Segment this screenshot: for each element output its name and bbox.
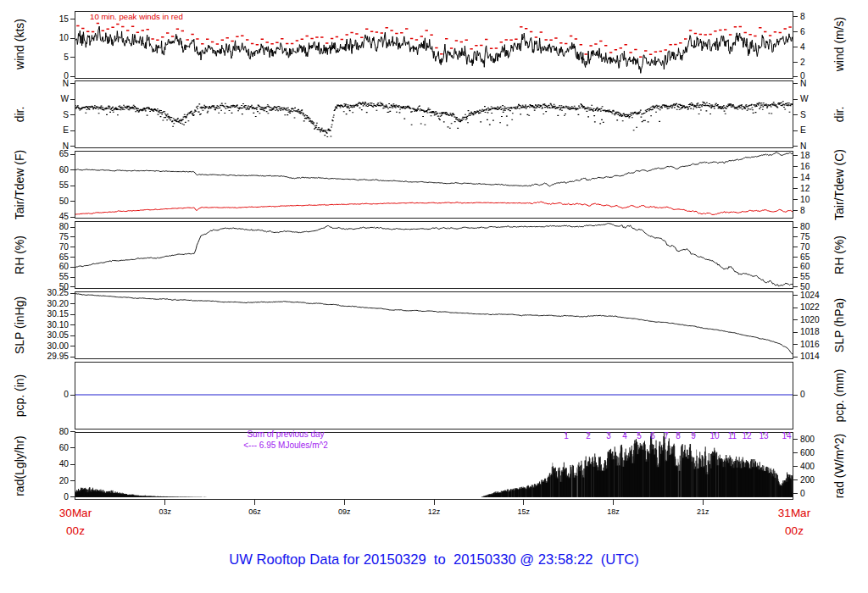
svg-text:30.05: 30.05 xyxy=(47,330,70,340)
svg-text:9: 9 xyxy=(691,431,696,441)
svg-text:20: 20 xyxy=(59,476,70,485)
svg-text:RH (%): RH (%) xyxy=(13,236,26,274)
svg-text:2: 2 xyxy=(586,431,591,441)
svg-text:03z: 03z xyxy=(159,507,172,516)
svg-text:12z: 12z xyxy=(428,507,441,516)
svg-text:60: 60 xyxy=(59,165,70,175)
svg-text:S: S xyxy=(800,110,806,119)
svg-text:pcp. (mm): pcp. (mm) xyxy=(832,369,846,423)
svg-text:0: 0 xyxy=(64,492,69,502)
svg-text:W: W xyxy=(800,94,809,103)
svg-text:0: 0 xyxy=(800,390,805,399)
svg-text:Tair/Tdew (F): Tair/Tdew (F) xyxy=(13,150,26,219)
svg-text:W: W xyxy=(60,94,69,103)
svg-text:16: 16 xyxy=(800,162,810,171)
svg-text:1014: 1014 xyxy=(800,352,820,361)
svg-text:30.15: 30.15 xyxy=(47,309,70,319)
svg-text:30.20: 30.20 xyxy=(47,299,70,308)
svg-text:1020: 1020 xyxy=(800,315,820,324)
svg-text:18: 18 xyxy=(800,151,810,160)
svg-text:30.25: 30.25 xyxy=(47,288,70,297)
svg-text:50: 50 xyxy=(59,197,70,206)
svg-text:200: 200 xyxy=(800,475,815,485)
svg-text:14: 14 xyxy=(782,431,792,441)
svg-text:0: 0 xyxy=(800,489,805,498)
svg-text:4: 4 xyxy=(622,431,627,441)
svg-text:40: 40 xyxy=(59,459,70,468)
svg-text:8: 8 xyxy=(800,12,805,21)
svg-text:29.95: 29.95 xyxy=(47,352,70,361)
svg-text:rad (W/m^2): rad (W/m^2) xyxy=(832,434,846,499)
svg-text:10 min. peak winds in red: 10 min. peak winds in red xyxy=(90,12,183,21)
svg-text:45: 45 xyxy=(59,212,70,221)
svg-text:30.00: 30.00 xyxy=(47,341,70,351)
svg-text:70: 70 xyxy=(800,242,810,252)
svg-text:65: 65 xyxy=(59,252,70,262)
svg-text:pcp. (in): pcp. (in) xyxy=(13,374,26,418)
svg-text:N: N xyxy=(800,141,806,151)
svg-text:15z: 15z xyxy=(518,507,531,516)
svg-text:2: 2 xyxy=(800,58,805,67)
svg-text:wind (m/s): wind (m/s) xyxy=(832,17,846,73)
svg-text:80: 80 xyxy=(59,427,70,436)
svg-text:0: 0 xyxy=(64,390,69,399)
svg-text:55: 55 xyxy=(59,180,70,190)
svg-text:11: 11 xyxy=(728,431,737,441)
svg-text:80: 80 xyxy=(59,222,70,231)
svg-text:600: 600 xyxy=(800,448,815,457)
svg-text:1022: 1022 xyxy=(800,302,820,312)
svg-text:RH (%): RH (%) xyxy=(832,236,846,274)
svg-text:75: 75 xyxy=(59,232,70,241)
svg-text:21z: 21z xyxy=(697,507,709,516)
svg-text:UW Rooftop Data for 20150329: UW Rooftop Data for 20150329 to 20150330… xyxy=(229,551,639,568)
svg-text:12: 12 xyxy=(800,184,810,193)
svg-text:6: 6 xyxy=(800,27,805,36)
svg-text:N: N xyxy=(800,79,806,88)
svg-text:5: 5 xyxy=(637,431,642,441)
svg-text:1016: 1016 xyxy=(800,340,820,349)
svg-text:SLP (hPa): SLP (hPa) xyxy=(832,298,846,352)
svg-text:1024: 1024 xyxy=(800,291,820,300)
svg-text:60: 60 xyxy=(800,262,810,271)
svg-text:S: S xyxy=(63,110,69,119)
svg-text:60: 60 xyxy=(59,443,70,452)
svg-text:1018: 1018 xyxy=(800,327,820,336)
svg-text:65: 65 xyxy=(800,252,810,262)
svg-text:6: 6 xyxy=(650,431,655,441)
svg-text:dir.: dir. xyxy=(832,107,846,123)
svg-text:12: 12 xyxy=(742,431,752,441)
svg-text:Tair/Tdew (C): Tair/Tdew (C) xyxy=(832,149,846,220)
svg-text:18z: 18z xyxy=(607,507,620,516)
svg-text:13: 13 xyxy=(759,431,769,441)
svg-text:10: 10 xyxy=(800,195,810,204)
svg-text:10: 10 xyxy=(59,33,70,42)
svg-text:SLP (inHg): SLP (inHg) xyxy=(13,296,26,354)
svg-text:3: 3 xyxy=(606,431,611,441)
svg-text:E: E xyxy=(800,125,806,135)
svg-text:06z: 06z xyxy=(248,507,261,516)
svg-text:15: 15 xyxy=(59,14,70,24)
svg-text:55: 55 xyxy=(59,272,70,281)
svg-text:00z: 00z xyxy=(66,524,85,537)
svg-text:5: 5 xyxy=(64,53,69,62)
svg-text:14: 14 xyxy=(800,173,810,182)
svg-text:8: 8 xyxy=(676,431,681,441)
svg-text:65: 65 xyxy=(59,149,70,158)
svg-text:60: 60 xyxy=(59,262,70,271)
svg-text:7: 7 xyxy=(664,431,669,441)
svg-text:8: 8 xyxy=(800,206,805,215)
svg-text:31Mar: 31Mar xyxy=(778,507,811,519)
svg-text:00z: 00z xyxy=(785,524,804,537)
svg-text:09z: 09z xyxy=(338,507,351,516)
svg-text:800: 800 xyxy=(800,435,815,444)
svg-text:30.10: 30.10 xyxy=(47,320,70,330)
svg-text:4: 4 xyxy=(800,42,805,52)
svg-text:rad(Lgly/hr): rad(Lgly/hr) xyxy=(13,435,26,496)
svg-text:dir.: dir. xyxy=(13,107,26,123)
svg-text:30Mar: 30Mar xyxy=(59,507,92,519)
svg-text:wind (kts): wind (kts) xyxy=(13,19,26,70)
svg-text:N: N xyxy=(63,79,69,88)
svg-text:<--- 6.95 MJoules/m^2: <--- 6.95 MJoules/m^2 xyxy=(243,441,328,450)
svg-text:400: 400 xyxy=(800,462,815,471)
svg-text:1: 1 xyxy=(564,431,569,441)
